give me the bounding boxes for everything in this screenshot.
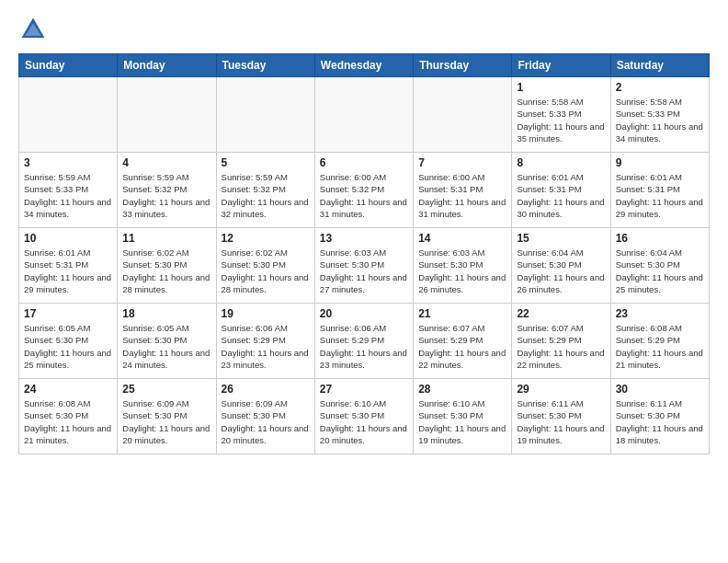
day-number: 21 xyxy=(418,307,506,320)
day-cell: 17Sunrise: 6:05 AM Sunset: 5:30 PM Dayli… xyxy=(19,304,118,379)
day-number: 8 xyxy=(517,156,605,169)
day-number: 14 xyxy=(418,232,506,245)
day-cell: 10Sunrise: 6:01 AM Sunset: 5:31 PM Dayli… xyxy=(19,228,118,304)
day-number: 9 xyxy=(616,156,704,169)
day-cell: 29Sunrise: 6:11 AM Sunset: 5:30 PM Dayli… xyxy=(512,379,610,454)
day-info: Sunrise: 6:11 AM Sunset: 5:30 PM Dayligh… xyxy=(517,397,605,446)
day-number: 23 xyxy=(616,307,704,320)
day-info: Sunrise: 6:01 AM Sunset: 5:31 PM Dayligh… xyxy=(616,171,704,220)
day-number: 11 xyxy=(122,232,210,245)
day-cell: 24Sunrise: 6:08 AM Sunset: 5:30 PM Dayli… xyxy=(19,379,118,454)
day-cell: 6Sunrise: 6:00 AM Sunset: 5:32 PM Daylig… xyxy=(314,153,413,228)
day-number: 17 xyxy=(24,307,112,320)
day-cell: 21Sunrise: 6:07 AM Sunset: 5:29 PM Dayli… xyxy=(414,304,512,379)
weekday-header-friday: Friday xyxy=(512,54,610,77)
weekday-header-row: SundayMondayTuesdayWednesdayThursdayFrid… xyxy=(19,54,710,77)
weekday-header-tuesday: Tuesday xyxy=(216,54,314,77)
day-cell: 4Sunrise: 5:59 AM Sunset: 5:32 PM Daylig… xyxy=(118,153,216,228)
day-cell: 30Sunrise: 6:11 AM Sunset: 5:30 PM Dayli… xyxy=(610,379,709,454)
day-cell: 5Sunrise: 5:59 AM Sunset: 5:32 PM Daylig… xyxy=(216,153,314,228)
day-info: Sunrise: 6:01 AM Sunset: 5:31 PM Dayligh… xyxy=(517,171,605,220)
week-row-4: 17Sunrise: 6:05 AM Sunset: 5:30 PM Dayli… xyxy=(19,304,710,379)
day-number: 19 xyxy=(222,307,310,320)
day-number: 10 xyxy=(24,232,112,245)
day-number: 12 xyxy=(222,232,310,245)
day-cell: 12Sunrise: 6:02 AM Sunset: 5:30 PM Dayli… xyxy=(216,228,314,304)
day-number: 4 xyxy=(122,156,210,169)
weekday-header-sunday: Sunday xyxy=(19,54,118,77)
weekday-header-monday: Monday xyxy=(118,54,216,77)
day-cell: 20Sunrise: 6:06 AM Sunset: 5:29 PM Dayli… xyxy=(314,304,413,379)
week-row-3: 10Sunrise: 6:01 AM Sunset: 5:31 PM Dayli… xyxy=(19,228,710,304)
logo xyxy=(18,15,51,44)
day-info: Sunrise: 5:58 AM Sunset: 5:33 PM Dayligh… xyxy=(517,96,605,144)
day-number: 18 xyxy=(122,307,210,320)
day-cell xyxy=(216,77,314,153)
day-cell xyxy=(314,77,413,153)
day-cell: 23Sunrise: 6:08 AM Sunset: 5:29 PM Dayli… xyxy=(610,304,709,379)
day-info: Sunrise: 6:09 AM Sunset: 5:30 PM Dayligh… xyxy=(222,397,310,446)
day-info: Sunrise: 5:59 AM Sunset: 5:32 PM Dayligh… xyxy=(122,171,210,220)
day-info: Sunrise: 6:02 AM Sunset: 5:30 PM Dayligh… xyxy=(122,247,210,295)
day-cell: 16Sunrise: 6:04 AM Sunset: 5:30 PM Dayli… xyxy=(610,228,709,304)
day-info: Sunrise: 6:04 AM Sunset: 5:30 PM Dayligh… xyxy=(616,247,704,295)
day-number: 24 xyxy=(24,383,112,396)
day-cell: 14Sunrise: 6:03 AM Sunset: 5:30 PM Dayli… xyxy=(414,228,512,304)
day-info: Sunrise: 6:05 AM Sunset: 5:30 PM Dayligh… xyxy=(122,322,210,371)
day-cell: 25Sunrise: 6:09 AM Sunset: 5:30 PM Dayli… xyxy=(118,379,216,454)
day-cell: 1Sunrise: 5:58 AM Sunset: 5:33 PM Daylig… xyxy=(512,77,610,153)
weekday-header-thursday: Thursday xyxy=(414,54,512,77)
day-cell: 26Sunrise: 6:09 AM Sunset: 5:30 PM Dayli… xyxy=(216,379,314,454)
day-cell: 15Sunrise: 6:04 AM Sunset: 5:30 PM Dayli… xyxy=(512,228,610,304)
day-cell: 13Sunrise: 6:03 AM Sunset: 5:30 PM Dayli… xyxy=(314,228,413,304)
day-info: Sunrise: 6:00 AM Sunset: 5:32 PM Dayligh… xyxy=(320,171,408,220)
day-cell: 19Sunrise: 6:06 AM Sunset: 5:29 PM Dayli… xyxy=(216,304,314,379)
day-cell: 11Sunrise: 6:02 AM Sunset: 5:30 PM Dayli… xyxy=(118,228,216,304)
day-info: Sunrise: 6:01 AM Sunset: 5:31 PM Dayligh… xyxy=(24,247,112,295)
header xyxy=(18,15,710,44)
day-info: Sunrise: 6:03 AM Sunset: 5:30 PM Dayligh… xyxy=(418,247,506,295)
day-cell: 28Sunrise: 6:10 AM Sunset: 5:30 PM Dayli… xyxy=(414,379,512,454)
weekday-header-wednesday: Wednesday xyxy=(314,54,413,77)
day-number: 30 xyxy=(616,383,704,396)
day-cell: 2Sunrise: 5:58 AM Sunset: 5:33 PM Daylig… xyxy=(610,77,709,153)
day-info: Sunrise: 6:08 AM Sunset: 5:29 PM Dayligh… xyxy=(616,322,704,371)
day-info: Sunrise: 6:11 AM Sunset: 5:30 PM Dayligh… xyxy=(616,397,704,446)
week-row-1: 1Sunrise: 5:58 AM Sunset: 5:33 PM Daylig… xyxy=(19,77,710,153)
day-number: 28 xyxy=(418,383,506,396)
day-info: Sunrise: 6:09 AM Sunset: 5:30 PM Dayligh… xyxy=(122,397,210,446)
day-number: 7 xyxy=(418,156,506,169)
day-number: 22 xyxy=(517,307,605,320)
day-info: Sunrise: 6:07 AM Sunset: 5:29 PM Dayligh… xyxy=(517,322,605,371)
day-info: Sunrise: 6:03 AM Sunset: 5:30 PM Dayligh… xyxy=(320,247,408,295)
day-info: Sunrise: 6:06 AM Sunset: 5:29 PM Dayligh… xyxy=(320,322,408,371)
day-info: Sunrise: 6:10 AM Sunset: 5:30 PM Dayligh… xyxy=(320,397,408,446)
day-info: Sunrise: 6:07 AM Sunset: 5:29 PM Dayligh… xyxy=(418,322,506,371)
day-cell: 22Sunrise: 6:07 AM Sunset: 5:29 PM Dayli… xyxy=(512,304,610,379)
day-number: 26 xyxy=(222,383,310,396)
day-info: Sunrise: 5:58 AM Sunset: 5:33 PM Dayligh… xyxy=(616,96,704,144)
day-number: 1 xyxy=(517,81,605,94)
calendar-table: SundayMondayTuesdayWednesdayThursdayFrid… xyxy=(18,53,710,454)
day-info: Sunrise: 5:59 AM Sunset: 5:32 PM Dayligh… xyxy=(222,171,310,220)
day-number: 5 xyxy=(222,156,310,169)
day-info: Sunrise: 6:08 AM Sunset: 5:30 PM Dayligh… xyxy=(24,397,112,446)
day-cell: 9Sunrise: 6:01 AM Sunset: 5:31 PM Daylig… xyxy=(610,153,709,228)
day-number: 29 xyxy=(517,383,605,396)
day-cell: 8Sunrise: 6:01 AM Sunset: 5:31 PM Daylig… xyxy=(512,153,610,228)
page: SundayMondayTuesdayWednesdayThursdayFrid… xyxy=(0,0,728,464)
day-cell xyxy=(414,77,512,153)
weekday-header-saturday: Saturday xyxy=(610,54,709,77)
day-cell xyxy=(19,77,118,153)
day-number: 6 xyxy=(320,156,408,169)
day-number: 13 xyxy=(320,232,408,245)
day-info: Sunrise: 6:02 AM Sunset: 5:30 PM Dayligh… xyxy=(222,247,310,295)
day-number: 2 xyxy=(616,81,704,94)
day-info: Sunrise: 6:04 AM Sunset: 5:30 PM Dayligh… xyxy=(517,247,605,295)
day-info: Sunrise: 6:05 AM Sunset: 5:30 PM Dayligh… xyxy=(24,322,112,371)
day-number: 3 xyxy=(24,156,112,169)
week-row-5: 24Sunrise: 6:08 AM Sunset: 5:30 PM Dayli… xyxy=(19,379,710,454)
day-cell: 18Sunrise: 6:05 AM Sunset: 5:30 PM Dayli… xyxy=(118,304,216,379)
day-cell xyxy=(118,77,216,153)
day-number: 20 xyxy=(320,307,408,320)
